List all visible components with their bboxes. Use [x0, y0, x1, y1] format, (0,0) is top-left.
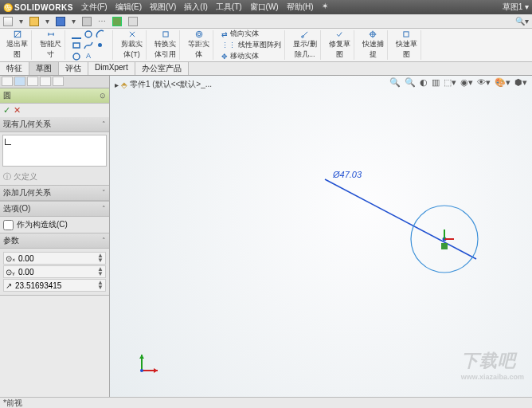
r-spinner[interactable]: ▲▼ [97, 280, 104, 290]
convert-button[interactable]: 转换实 体引用 [151, 30, 180, 60]
rb-l1: 退出草 [6, 39, 28, 49]
svg-marker-20 [139, 355, 144, 359]
relations-icon [299, 30, 311, 38]
pm-pin-icon[interactable]: ⊙ [100, 92, 106, 100]
tab-sketch[interactable]: 草图 [29, 62, 59, 75]
construction-checkbox[interactable] [3, 220, 14, 230]
param-r-input[interactable] [15, 281, 71, 290]
options-icon[interactable] [128, 17, 138, 26]
convert-icon [159, 30, 172, 38]
rebuild-icon[interactable] [112, 17, 122, 26]
smart-dimension-button[interactable]: 智能尺 寸 [37, 30, 65, 60]
svg-point-7 [73, 53, 80, 60]
fm-tab-3[interactable] [27, 76, 38, 86]
cy-spinner[interactable]: ▲▼ [97, 267, 104, 277]
new-icon[interactable] [3, 17, 13, 26]
rb5-l2: 体 [195, 49, 202, 60]
fm-tab-1[interactable] [2, 76, 13, 86]
dimension-leader[interactable] [325, 179, 476, 259]
snap-icon [366, 30, 379, 38]
menu-file[interactable]: 文件(F) [81, 2, 108, 13]
section-options-hdr[interactable]: 选项(O)˄ [0, 202, 109, 217]
point-icon[interactable] [98, 43, 102, 47]
menu-insert[interactable]: 插入(I) [184, 2, 207, 13]
section-params-hdr[interactable]: 参数˄ [0, 233, 109, 249]
main-area: 圆 ⊙ ✓ ✕ 现有几何关系˄ ⓘ 欠定义 添加几何关系˅ 选项(O)˄ 作为构… [0, 76, 532, 397]
rb8-l2: 捉 [370, 49, 377, 60]
fm-tab-5[interactable] [53, 76, 64, 86]
app-logo-icon: ♋ [3, 3, 13, 12]
relations-listbox[interactable] [2, 135, 107, 167]
pm-title-text: 圆 [3, 90, 11, 101]
repair-sketch-button[interactable]: 修复草 图 [326, 30, 354, 60]
tab-features[interactable]: 特征 [0, 62, 29, 75]
svg-point-21 [140, 369, 143, 372]
move-button[interactable]: ✥移动实体 [221, 51, 281, 61]
app-brand: SOLIDWORKS [14, 3, 73, 12]
rb3-l2: 体(T) [123, 49, 140, 60]
line-icon[interactable] [72, 29, 81, 39]
menu-view[interactable]: 视图(V) [150, 2, 176, 13]
menu-window[interactable]: 窗口(W) [250, 2, 279, 13]
fm-tab-4[interactable] [40, 76, 51, 86]
section-params: 参数˄ ⊙ₓ ▲▼ ⊙ᵧ ▲▼ ↗ ▲▼ [0, 233, 109, 296]
property-manager: 圆 ⊙ ✓ ✕ 现有几何关系˄ ⓘ 欠定义 添加几何关系˅ 选项(O)˄ 作为构… [0, 76, 110, 397]
exit-sketch-button[interactable]: 退出草 图 [3, 30, 32, 60]
radius-icon: ↗ [6, 281, 12, 290]
offset-button[interactable]: 等距实 体 [185, 30, 213, 60]
pm-title: 圆 ⊙ [0, 88, 109, 104]
tab-dimxpert[interactable]: DimXpert [88, 62, 135, 75]
dimension-text[interactable]: Ø47.03 [333, 170, 362, 179]
view-triad[interactable] [139, 355, 158, 373]
linear-pattern-button[interactable]: ⋮⋮线性草图阵列 [221, 40, 281, 50]
cx-icon: ⊙ₓ [6, 254, 15, 263]
rb2-l2: 寸 [47, 49, 54, 60]
document-title[interactable]: 草图1 ▾ [503, 2, 529, 13]
ok-button[interactable]: ✓ [3, 105, 10, 116]
rapid-sketch-button[interactable]: 快速草 图 [393, 30, 421, 60]
qat-search-icon[interactable]: 🔍▾ [515, 17, 529, 26]
chevron-up-icon: ˄ [102, 120, 106, 128]
svg-point-10 [196, 31, 202, 37]
rb4-l1: 转换实 [155, 39, 176, 49]
construction-label: 作为构造线(C) [17, 219, 68, 230]
text-icon[interactable]: A [84, 52, 93, 61]
spline-icon[interactable] [84, 41, 93, 50]
quick-access-toolbar: ▾ ▾ ▾ ⋯ 🔍▾ [0, 14, 532, 29]
circle-icon[interactable] [84, 29, 93, 39]
menu-help[interactable]: 帮助(H) [287, 2, 314, 13]
qat-more[interactable]: ⋯ [98, 17, 106, 26]
tab-office[interactable]: 办公室产品 [135, 62, 189, 75]
fm-tab-2[interactable] [14, 76, 25, 86]
tab-evaluate[interactable]: 评估 [59, 62, 88, 75]
ellipse-icon[interactable] [72, 52, 81, 61]
rb2-l1: 智能尺 [40, 39, 61, 49]
rb9-l2: 图 [403, 49, 410, 60]
param-cy-row: ⊙ᵧ ▲▼ [3, 265, 106, 278]
cx-spinner[interactable]: ▲▼ [97, 253, 104, 263]
cancel-button[interactable]: ✕ [14, 105, 21, 116]
rect-icon[interactable] [72, 41, 81, 50]
display-relations-button[interactable]: 显示/删 除几... [290, 30, 321, 60]
section-addrel-hdr[interactable]: 添加几何关系˅ [0, 186, 109, 201]
print-icon[interactable] [82, 17, 92, 26]
save-icon[interactable] [56, 17, 65, 26]
arc-icon[interactable] [96, 29, 105, 39]
coincident-relation-icon[interactable] [441, 243, 448, 249]
trim-button[interactable]: 剪裁实 体(T) [118, 30, 147, 60]
rb8-l1: 快速捕 [362, 39, 384, 49]
section-relations-hdr[interactable]: 现有几何关系˄ [0, 117, 109, 132]
param-cx-input[interactable] [18, 254, 74, 263]
menu-tools[interactable]: 工具(T) [216, 2, 242, 13]
menu-extra-icon[interactable]: ✶ [322, 2, 328, 13]
menu-edit[interactable]: 编辑(E) [115, 2, 142, 13]
param-cy-input[interactable] [18, 268, 74, 277]
rb3-l1: 剪裁实 [121, 39, 143, 49]
quick-snap-button[interactable]: 快速捕 捉 [359, 30, 388, 60]
status-view-label: *前视 [3, 398, 22, 409]
mirror-button[interactable]: ⇄镜向实体 [221, 29, 281, 39]
open-icon[interactable] [29, 17, 39, 26]
construction-checkbox-row[interactable]: 作为构造线(C) [0, 217, 109, 233]
graphics-area[interactable]: ▸ ⬘ 零件1 (默认<<默认>_... 🔍 🔍 ◐ ▥ ⬚▾ ◉▾ 👁▾ 🎨▾… [110, 76, 532, 397]
svg-rect-6 [73, 43, 80, 48]
